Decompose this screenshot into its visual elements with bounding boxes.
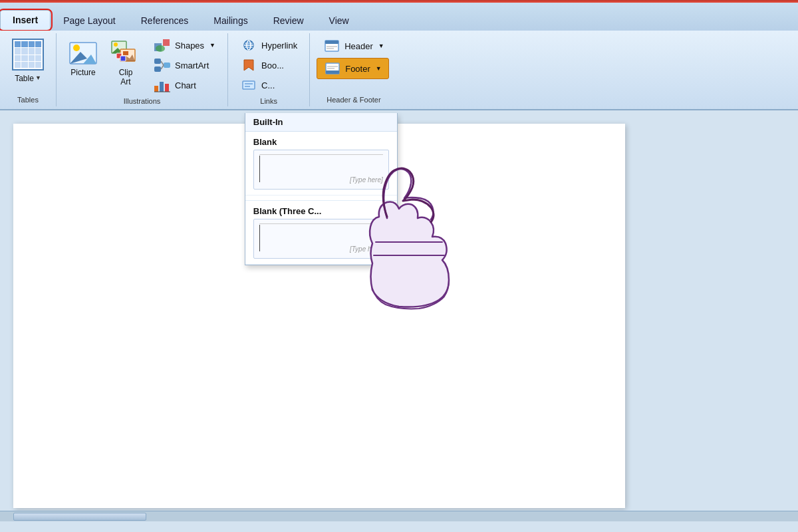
clip-art-icon-container	[111, 39, 140, 68]
bookmark-button-label: Boo...	[261, 61, 284, 70]
header-dropdown-arrow: ▼	[378, 43, 384, 49]
footer-button-label: Footer	[345, 64, 370, 74]
tab-view[interactable]: View	[317, 11, 362, 31]
chart-button-label: Chart	[175, 80, 196, 90]
footer-dropdown-panel: Built-In Blank [Type here] Blank (Three …	[245, 113, 398, 265]
bookmark-svg	[241, 59, 256, 71]
bookmark-icon	[240, 58, 257, 72]
tab-insert[interactable]: Insert	[0, 10, 51, 31]
blank-footer-title: Blank	[253, 137, 389, 147]
footer-icon	[324, 61, 341, 76]
header-button[interactable]: Header ▼	[317, 36, 391, 56]
blank-three-col-footer-item[interactable]: Blank (Three C... [Type here]	[245, 201, 397, 265]
svg-point-5	[114, 43, 118, 47]
table-icon	[12, 39, 44, 70]
svg-rect-38	[326, 70, 339, 74]
smartart-icon	[154, 58, 171, 72]
tab-row: Insert Page Layout References Mailings R…	[0, 3, 798, 31]
dropdown-spacer	[245, 196, 397, 201]
tab-page-layout[interactable]: Page Layout	[51, 11, 128, 31]
blank-three-col-footer-preview: [Type here]	[253, 219, 389, 259]
smartart-button-label: SmartArt	[175, 61, 209, 70]
svg-rect-8	[123, 51, 128, 55]
clip-art-icon	[111, 40, 140, 66]
tables-group-label: Tables	[17, 93, 39, 104]
tab-review-label: Review	[273, 15, 304, 26]
svg-rect-22	[165, 84, 169, 92]
table-dropdown-arrow: ▼	[35, 74, 41, 81]
links-group-content: Hyperlink Boo... C...	[235, 36, 303, 94]
ribbon-group-header-footer: Header ▼ Footer ▼ Header & Footer Bui	[310, 33, 398, 106]
tables-group-content: Table ▼	[7, 36, 49, 93]
smartart-svg	[154, 58, 171, 72]
shapes-button-label: Shapes	[175, 41, 204, 51]
table-button[interactable]: Table ▼	[7, 36, 49, 86]
header-button-label: Header	[344, 41, 373, 51]
blank-footer-item[interactable]: Blank [Type here]	[245, 132, 397, 196]
cross-reference-button[interactable]: C...	[235, 76, 280, 94]
svg-rect-34	[325, 41, 338, 44]
scrollbar-thumb[interactable]	[13, 513, 146, 521]
shapes-button[interactable]: Shapes ▼	[148, 36, 221, 55]
footer-svg	[325, 63, 340, 74]
clip-art-button-label: Clip Art	[119, 68, 133, 87]
clip-art-button[interactable]: Clip Art	[106, 36, 146, 90]
hyperlink-icon	[240, 38, 257, 53]
hyperlink-button-label: Hyperlink	[261, 41, 297, 51]
picture-button-label: Picture	[70, 68, 95, 77]
built-in-section-header: Built-In	[245, 113, 397, 132]
illustrations-group-content: Picture	[63, 36, 221, 94]
tab-references[interactable]: References	[128, 11, 201, 31]
header-icon	[323, 39, 340, 53]
shapes-icon	[154, 38, 171, 53]
tab-mailings[interactable]: Mailings	[201, 11, 260, 31]
horizontal-scrollbar[interactable]	[0, 511, 798, 521]
illustrations-group-label: Illustrations	[124, 94, 161, 105]
svg-line-19	[161, 65, 164, 69]
svg-rect-16	[154, 66, 161, 72]
bookmark-button[interactable]: Boo...	[235, 56, 289, 74]
blank-footer-preview: [Type here]	[253, 150, 389, 190]
header-svg	[325, 40, 339, 52]
chart-icon	[154, 78, 171, 92]
tab-view-label: View	[329, 15, 349, 26]
links-group-label: Links	[260, 94, 277, 105]
picture-icon	[68, 40, 98, 66]
svg-rect-20	[154, 86, 158, 92]
tab-mailings-label: Mailings	[213, 15, 247, 26]
svg-rect-11	[120, 56, 126, 61]
hyperlink-svg	[241, 39, 256, 51]
table-button-label: Table	[15, 74, 34, 83]
footer-button[interactable]: Footer ▼	[317, 58, 389, 79]
hf-group-content: Header ▼ Footer ▼	[317, 36, 391, 93]
svg-rect-17	[164, 63, 170, 68]
cross-reference-button-label: C...	[261, 80, 275, 90]
cross-reference-icon	[240, 78, 257, 92]
shapes-dropdown-arrow: ▼	[209, 42, 215, 49]
tab-review[interactable]: Review	[261, 11, 317, 31]
hyperlink-button[interactable]: Hyperlink	[235, 36, 303, 55]
svg-rect-15	[154, 59, 161, 64]
svg-point-1	[73, 45, 80, 51]
picture-icon-container	[68, 39, 98, 68]
svg-rect-21	[160, 82, 164, 92]
svg-marker-29	[244, 60, 253, 70]
picture-button[interactable]: Picture	[63, 36, 103, 80]
chart-button[interactable]: Chart	[148, 76, 221, 94]
small-ribbon-buttons: Shapes ▼ SmartArt	[148, 36, 221, 94]
ribbon-group-tables: Table ▼ Tables	[0, 33, 57, 106]
crossref-svg	[241, 79, 256, 91]
ribbon-group-illustrations: Picture	[57, 33, 228, 106]
shapes-svg	[154, 38, 171, 53]
document-area	[0, 110, 798, 521]
footer-dropdown-arrow: ▼	[376, 65, 382, 72]
svg-marker-13	[163, 39, 170, 46]
tab-insert-label: Insert	[13, 15, 38, 25]
svg-point-14	[156, 45, 165, 52]
hf-group-label: Header & Footer	[327, 93, 380, 104]
blank-three-col-footer-title: Blank (Three C...	[253, 206, 389, 216]
chart-svg	[154, 78, 171, 92]
smartart-button[interactable]: SmartArt	[148, 56, 221, 74]
ribbon: Table ▼ Tables Picture	[0, 31, 798, 110]
ribbon-group-links: Hyperlink Boo... C...	[228, 33, 310, 106]
